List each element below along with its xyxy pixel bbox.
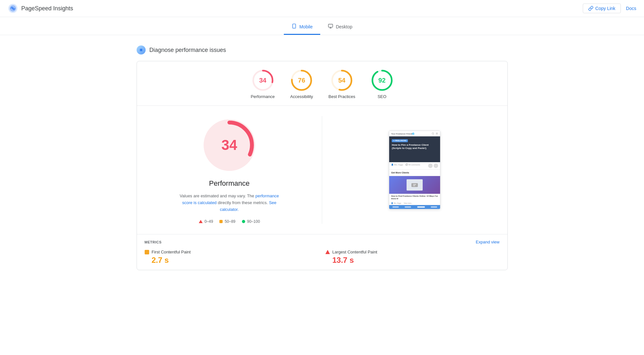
score-performance[interactable]: 34 Performance: [251, 69, 274, 99]
svg-point-2: [12, 7, 14, 9]
lcp-value: 13.7 s: [325, 256, 500, 265]
performance-left: 34 Performance Values are estimated and …: [145, 116, 314, 224]
legend-fail-icon: [199, 220, 203, 223]
metric-fcp: First Contentful Paint 2.7 s: [145, 250, 319, 265]
lcp-name: Largest Contentful Paint: [332, 250, 377, 254]
svg-rect-5: [329, 24, 333, 27]
seo-gauge: 92: [371, 69, 393, 92]
link-icon: [588, 6, 593, 11]
performance-detail-section: 34 Performance Values are estimated and …: [137, 106, 507, 234]
legend-fail: 0–49: [199, 219, 213, 224]
screenshot-footer: [389, 205, 440, 209]
screenshot-img2: [389, 176, 440, 194]
app-title: PageSpeed Insights: [21, 5, 73, 12]
tab-mobile-label: Mobile: [299, 24, 312, 29]
performance-score: 34: [259, 77, 266, 84]
metrics-label: METRICS: [145, 240, 162, 244]
performance-title: Performance: [209, 179, 250, 188]
performance-right: Your Freelancer Friend🌐 ✦ FREELANCING Ho…: [330, 116, 500, 224]
screenshot-hero: ✦ FREELANCING How to Fire a Freelance Cl…: [389, 136, 440, 162]
fcp-value: 2.7 s: [145, 256, 319, 265]
desktop-icon: [328, 24, 333, 30]
screenshot-meta2: 👤 Mrs. Kiggs View more...: [389, 202, 440, 205]
seo-label: SEO: [378, 94, 386, 99]
best-practices-score: 54: [338, 77, 345, 84]
copy-link-button[interactable]: Copy Link: [583, 4, 621, 13]
site-screenshot: Your Freelancer Friend🌐 ✦ FREELANCING Ho…: [389, 131, 440, 209]
header-right: Copy Link Docs: [583, 4, 636, 13]
score-seo[interactable]: 92 SEO: [371, 69, 393, 99]
tabs-bar: Mobile Desktop: [0, 17, 644, 35]
screenshot-section2: Get More Clients: [389, 170, 440, 176]
performance-big-gauge: 34: [200, 116, 258, 174]
svg-point-21: [432, 133, 434, 134]
score-accessibility[interactable]: 76 Accessibility: [290, 69, 313, 99]
main-content: Diagnose performance issues 34 Performan…: [129, 35, 515, 281]
legend-average: 50–89: [219, 219, 235, 224]
tab-desktop-label: Desktop: [336, 24, 352, 29]
performance-label: Performance: [251, 94, 274, 99]
legend-fail-label: 0–49: [205, 219, 213, 224]
header-left: PageSpeed Insights: [8, 3, 73, 14]
score-best-practices[interactable]: 54 Best Practices: [329, 69, 355, 99]
accessibility-label: Accessibility: [290, 94, 313, 99]
scores-section: 34 Performance 76 Accessibility: [137, 61, 507, 106]
accessibility-gauge: 76: [290, 69, 313, 92]
search-icon-small: [432, 132, 434, 135]
metrics-section: METRICS Expand view First Contentful Pai…: [137, 234, 507, 270]
seo-score: 92: [379, 77, 386, 84]
screenshot-meta1: 👤 Mrs. Kiggs 💬 56 comments: [389, 162, 440, 170]
best-practices-label: Best Practices: [329, 94, 355, 99]
legend-average-label: 50–89: [225, 219, 235, 224]
svg-rect-26: [411, 183, 418, 187]
performance-description: Values are estimated and may vary. The p…: [175, 193, 284, 213]
mobile-icon: [292, 24, 297, 30]
docs-link[interactable]: Docs: [626, 6, 636, 11]
tab-mobile[interactable]: Mobile: [284, 20, 320, 35]
lcp-indicator: [325, 250, 330, 254]
svg-line-22: [434, 134, 434, 134]
menu-icon-small: [436, 132, 438, 135]
tab-desktop[interactable]: Desktop: [320, 20, 360, 35]
performance-big-score: 34: [221, 137, 237, 153]
accessibility-score: 76: [298, 77, 305, 84]
legend-pass: 90–100: [242, 219, 260, 224]
screenshot-text3: How to Find Freelance Clients Online: 14…: [389, 194, 440, 202]
metric-lcp: Largest Contentful Paint 13.7 s: [325, 250, 500, 265]
score-legend: 0–49 50–89 90–100: [199, 219, 260, 224]
screenshot-topbar: Your Freelancer Friend🌐: [389, 131, 440, 136]
pagespeed-logo: [8, 3, 18, 14]
expand-view-button[interactable]: Expand view: [476, 240, 500, 244]
legend-pass-label: 90–100: [247, 219, 260, 224]
metrics-header: METRICS Expand view: [145, 240, 500, 244]
metrics-grid: First Contentful Paint 2.7 s Largest Con…: [145, 250, 500, 265]
performance-gauge: 34: [252, 69, 274, 92]
fcp-name: First Contentful Paint: [152, 250, 191, 254]
legend-pass-icon: [242, 220, 245, 223]
diagnose-header: Diagnose performance issues: [137, 45, 508, 54]
legend-average-icon: [219, 220, 223, 223]
fcp-indicator: [145, 250, 149, 254]
app-header: PageSpeed Insights Copy Link Docs: [0, 0, 644, 17]
diagnose-title: Diagnose performance issues: [149, 47, 226, 54]
svg-point-9: [140, 49, 142, 51]
best-practices-gauge: 54: [331, 69, 353, 92]
section-divider: [322, 116, 322, 224]
diagnose-icon: [137, 45, 146, 54]
results-card: 34 Performance 76 Accessibility: [137, 61, 508, 270]
